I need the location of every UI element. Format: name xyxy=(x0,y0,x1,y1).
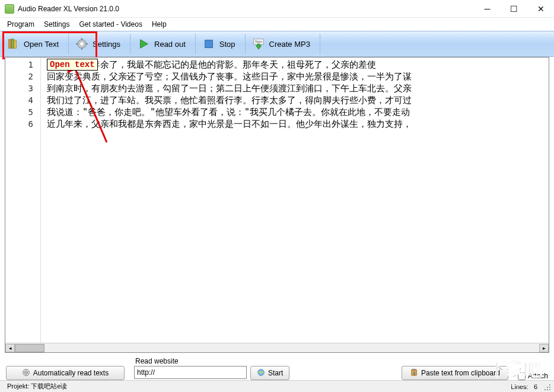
text-line: 我们过了江，进了车站。我买票，他忙着照看行李。行李太多了，得向脚夫行些小费，才可… xyxy=(47,94,549,106)
open-text-button[interactable]: Open Text xyxy=(0,31,68,56)
svg-rect-28 xyxy=(549,389,550,390)
books-icon xyxy=(6,37,20,51)
svg-rect-1 xyxy=(11,39,14,49)
svg-rect-2 xyxy=(14,40,17,49)
scroll-track[interactable] xyxy=(15,344,539,352)
start-label: Start xyxy=(268,369,283,377)
scroll-right-arrow[interactable]: ▸ xyxy=(539,344,549,352)
close-button[interactable]: ✕ xyxy=(527,0,554,18)
resize-grip[interactable] xyxy=(542,382,552,391)
maximize-button[interactable]: ☐ xyxy=(501,0,527,18)
gear-icon xyxy=(75,37,89,51)
read-out-button[interactable]: Read out xyxy=(130,31,195,56)
attach-checkbox-group[interactable]: Attach xyxy=(518,372,548,380)
text-editor[interactable]: 1 2 3 4 5 6 不相见已二年余了，我最不能忘记的是他的背影。那年冬天，祖… xyxy=(5,57,549,353)
titlebar: Audio Reader XL Version 21.0.0 ─ ☐ ✕ xyxy=(0,0,554,18)
auto-read-button[interactable]: Automatically read texts xyxy=(6,366,125,380)
text-line: 回家变卖典质，父亲还了亏空；又借钱办了丧事。这些日子，家中光景很是惨淡，一半为了… xyxy=(47,71,549,82)
line-number: 3 xyxy=(5,82,40,94)
minimize-button[interactable]: ─ xyxy=(474,0,501,18)
attach-checkbox[interactable] xyxy=(518,372,526,380)
svg-point-4 xyxy=(80,42,84,46)
svg-point-18 xyxy=(26,372,27,373)
horizontal-scrollbar[interactable]: ◂ ▸ xyxy=(5,343,549,352)
menu-getstarted[interactable]: Get started - Videos xyxy=(74,19,147,30)
statusbar: Projekt: 下载吧站e读 Lines: 6 xyxy=(0,380,554,392)
svg-rect-21 xyxy=(412,368,415,370)
line-number: 1 xyxy=(5,59,40,71)
line-gutter: 1 2 3 4 5 6 xyxy=(5,58,41,343)
target-icon xyxy=(22,368,30,378)
line-number: 6 xyxy=(5,118,40,130)
text-line: 我说道："爸爸，你走吧。"他望车外看了看，说："我买几个橘子去。你就在此地，不要… xyxy=(47,106,549,118)
svg-rect-24 xyxy=(547,387,548,388)
auto-read-label: Automatically read texts xyxy=(33,369,109,377)
menu-program[interactable]: Program xyxy=(2,19,39,30)
read-website-group: Read website Start xyxy=(134,357,289,380)
line-number: 4 xyxy=(5,94,40,106)
text-line: 不相见已二年余了，我最不能忘记的是他的背影。那年冬天，祖母死了，父亲的差使 xyxy=(47,59,549,71)
read-out-label: Read out xyxy=(154,40,186,49)
svg-rect-26 xyxy=(545,389,546,390)
status-lines: Lines: 6 xyxy=(506,383,542,390)
stop-button[interactable]: Stop xyxy=(196,31,245,56)
svg-marker-9 xyxy=(141,40,148,49)
scroll-left-arrow[interactable]: ◂ xyxy=(5,344,15,352)
stop-icon xyxy=(202,37,216,51)
menubar: Program Settings Get started - Videos He… xyxy=(0,18,554,31)
menu-settings[interactable]: Settings xyxy=(39,19,74,30)
app-icon xyxy=(5,4,14,14)
settings-label: Settings xyxy=(93,40,120,49)
scroll-thumb[interactable] xyxy=(15,344,44,352)
svg-rect-23 xyxy=(549,384,550,385)
line-number: 2 xyxy=(5,71,40,82)
read-website-label: Read website xyxy=(134,357,289,365)
status-project: Projekt: 下载吧站e读 xyxy=(2,382,72,391)
start-button[interactable]: Start xyxy=(250,366,289,380)
window-title: Audio Reader XL Version 21.0.0 xyxy=(18,5,474,13)
svg-rect-0 xyxy=(9,40,11,49)
settings-button[interactable]: Settings xyxy=(69,31,130,56)
menu-help[interactable]: Help xyxy=(147,19,171,30)
url-input[interactable] xyxy=(134,366,247,379)
line-number: 5 xyxy=(5,106,40,118)
svg-rect-25 xyxy=(549,387,550,388)
toolbar-separator xyxy=(320,34,320,54)
tooltip-open-text: Open text xyxy=(47,59,98,71)
create-mp3-button[interactable]: News Create MP3 xyxy=(246,31,320,56)
toolbar: Open Text Settings Read out Stop News Cr… xyxy=(0,31,554,57)
play-icon xyxy=(136,37,151,51)
text-line: 近几年来，父亲和我都是东奔西走，家中光景是一日不如一日。他少年出外谋生，独力支持… xyxy=(47,118,549,130)
svg-rect-27 xyxy=(547,389,548,390)
clipboard-icon xyxy=(410,368,418,378)
open-text-label: Open Text xyxy=(24,40,59,49)
attach-label: Attach xyxy=(528,372,548,380)
globe-icon xyxy=(257,368,265,378)
paste-clipboard-button[interactable]: Paste text from clipboard xyxy=(402,366,508,380)
text-line: 到南京时，有朋友约去游逛，勾留了一日；第二日上午便须渡江到浦口，下午上车北去。父… xyxy=(47,82,549,94)
svg-text:News: News xyxy=(255,40,262,43)
download-icon: News xyxy=(251,37,266,51)
svg-rect-10 xyxy=(205,40,212,48)
paste-label: Paste text from clipboard xyxy=(421,369,500,377)
create-mp3-label: Create MP3 xyxy=(269,40,310,49)
bottom-controls: Automatically read texts Read website St… xyxy=(6,354,548,380)
text-content[interactable]: 不相见已二年余了，我最不能忘记的是他的背影。那年冬天，祖母死了，父亲的差使 回家… xyxy=(41,58,549,343)
stop-label: Stop xyxy=(219,40,235,49)
